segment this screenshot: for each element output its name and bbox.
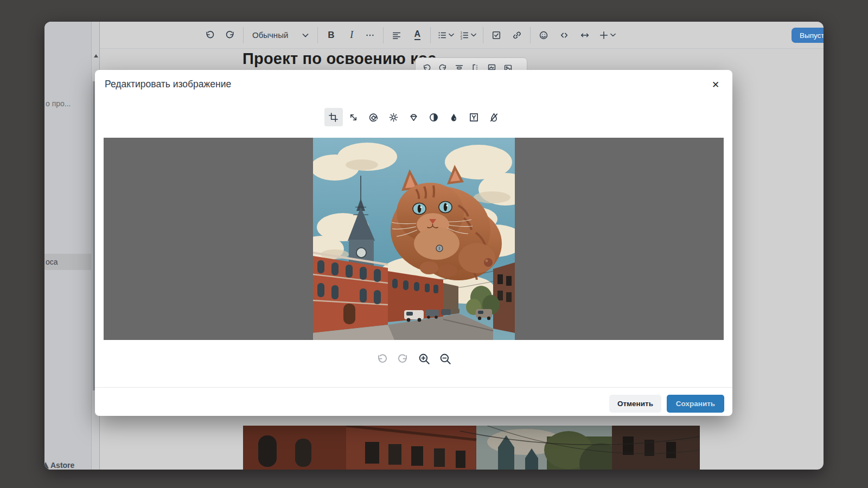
toolbar-divider [483,27,483,43]
brightness-tool-button[interactable] [385,108,403,126]
save-button[interactable]: Сохранить [667,395,724,413]
droplet-slash-icon [489,112,499,123]
resize-icon [348,112,359,123]
sidebar: о про... оса Astore [44,22,100,470]
zoom-out-icon [439,352,452,365]
text-color-button[interactable]: A [410,27,425,43]
numbered-list-icon: 123 [459,30,469,40]
bullet-list-button[interactable] [436,27,455,43]
checkbox-list-button[interactable] [489,27,504,43]
paragraph-style-label: Обычный [252,30,288,40]
plus-icon [599,30,609,40]
italic-button[interactable]: I [344,27,359,43]
edit-image-modal: Редактировать изображение ✕ [95,70,732,416]
chevron-down-icon [449,33,454,37]
rotate-tool-button[interactable] [365,108,383,126]
bold-button[interactable]: B [323,27,339,43]
insert-block-button[interactable] [598,27,617,43]
align-left-icon [392,30,401,40]
tint-remove-tool-button[interactable] [485,108,503,126]
cancel-button[interactable]: Отменить [609,395,661,413]
saturation-tool-button[interactable] [405,108,423,126]
document-image[interactable] [243,426,700,470]
brand-label: Astore [50,461,74,470]
toolbar-divider [383,27,384,43]
blur-tool-button[interactable] [445,108,463,126]
edit-canvas[interactable] [104,138,724,340]
brightness-icon [388,112,399,123]
code-button[interactable] [557,27,572,43]
checkbox-icon [492,30,501,40]
svg-text:3: 3 [461,37,462,40]
more-dots-icon [365,30,375,40]
canvas-controls [95,352,732,366]
contrast-icon [429,112,439,123]
modal-footer: Отменить Сохранить [95,387,732,416]
chevron-down-icon [471,33,476,37]
rotate-icon [368,112,379,123]
city-street-image [243,426,700,470]
zoom-out-button[interactable] [438,352,452,366]
link-button[interactable] [509,27,525,43]
chevron-down-icon [302,33,309,37]
toolbar-divider [530,27,531,43]
scroll-up-icon[interactable] [94,54,98,57]
horizontal-arrows-icon [580,30,590,40]
crop-tool-button[interactable] [324,108,343,126]
contrast-tool-button[interactable] [425,108,443,126]
chevron-down-icon [610,33,616,37]
undo-icon [205,30,215,40]
editor-toolbar: Обычный B I A 123 [100,22,824,49]
redo-button[interactable] [222,27,238,43]
emoji-button[interactable] [536,27,551,43]
edit-redo-button[interactable] [396,352,410,366]
more-formatting-button[interactable] [362,27,378,43]
droplet-icon [449,112,459,123]
align-button[interactable] [389,27,404,43]
image-tools-toolbar [95,108,732,126]
link-icon [512,30,522,40]
bullet-list-icon [437,30,447,40]
italic-icon: I [350,29,353,41]
close-button[interactable]: ✕ [707,76,724,93]
document-title[interactable]: Проект по освоению кос [242,50,436,68]
full-width-button[interactable] [577,27,592,43]
toolbar-divider [243,27,244,43]
undo-icon [376,353,388,365]
y-box-icon [469,112,479,123]
undo-button[interactable] [202,27,217,43]
grayscale-tool-button[interactable] [465,108,483,126]
paragraph-style-dropdown[interactable]: Обычный [249,30,312,40]
crop-icon [328,112,339,123]
toolbar-divider [317,27,318,43]
brand-logo-icon [44,462,49,468]
modal-title: Редактировать изображение [105,79,231,90]
publish-button[interactable]: Выпустить [792,28,824,43]
sidebar-item[interactable]: о про... [46,99,71,108]
emoji-icon [539,30,548,40]
gem-icon [409,112,419,123]
text-color-icon: A [414,30,421,40]
bold-icon: B [328,30,334,41]
sidebar-item-selected[interactable]: оса [44,254,92,270]
brand: Astore [44,458,74,470]
edit-undo-button[interactable] [375,352,389,366]
redo-icon [397,353,409,365]
cat-over-city-image [313,138,515,340]
code-icon [559,30,569,40]
editor-window: о про... оса Astore Обычный B I [44,22,824,470]
numbered-list-button[interactable]: 123 [458,27,477,43]
toolbar-divider [430,27,431,43]
redo-icon [225,30,235,40]
resize-tool-button[interactable] [344,108,363,126]
zoom-in-button[interactable] [417,352,431,366]
zoom-in-icon [418,352,431,365]
